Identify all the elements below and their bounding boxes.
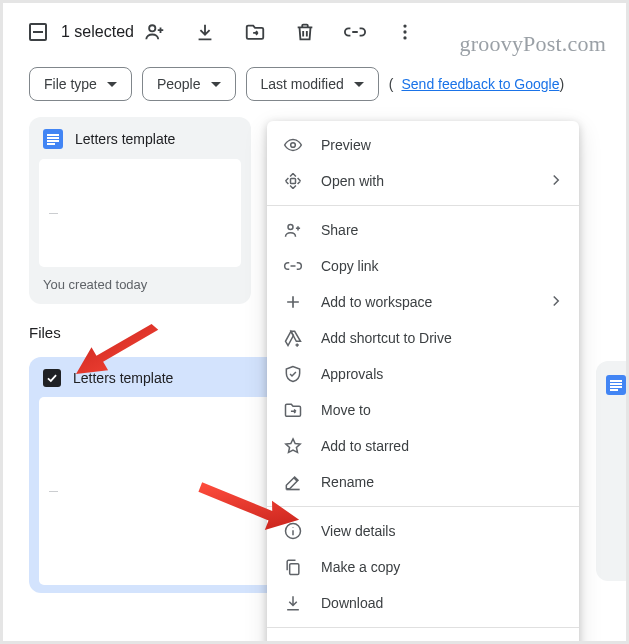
svg-point-1 (403, 24, 406, 27)
menu-view-details[interactable]: View details (267, 513, 579, 549)
chevron-right-icon (547, 171, 565, 192)
menu-label: View details (321, 523, 395, 539)
paren-close: ) (559, 76, 564, 92)
menu-label: Download (321, 595, 383, 611)
menu-label: Copy link (321, 258, 379, 274)
download-icon (283, 593, 303, 613)
menu-rename[interactable]: Rename (267, 464, 579, 500)
svg-rect-5 (291, 179, 296, 184)
chip-label: People (157, 76, 201, 92)
svg-rect-8 (290, 564, 299, 575)
menu-download[interactable]: Download (267, 585, 579, 621)
menu-move-to[interactable]: Move to (267, 392, 579, 428)
chip-label: Last modified (261, 76, 344, 92)
file-card-suggestion[interactable]: Letters template — You created today (29, 117, 251, 304)
menu-make-copy[interactable]: Make a copy (267, 549, 579, 585)
share-icon (283, 220, 303, 240)
svg-point-3 (403, 36, 406, 39)
share-person-icon[interactable] (144, 21, 166, 43)
file-preview: — (39, 159, 241, 267)
drive-shortcut-icon (283, 328, 303, 348)
open-with-icon (283, 171, 303, 191)
svg-point-4 (291, 143, 296, 148)
file-subtitle: You created today (29, 267, 251, 304)
star-icon (283, 436, 303, 456)
menu-label: Rename (321, 474, 374, 490)
chip-people[interactable]: People (142, 67, 236, 101)
menu-label: Add shortcut to Drive (321, 330, 452, 346)
annotation-arrow (71, 313, 171, 393)
menu-label: Open with (321, 173, 384, 189)
menu-label: Add to workspace (321, 294, 432, 310)
menu-label: Make a copy (321, 559, 400, 575)
preview-placeholder: — (49, 486, 60, 496)
paren-open: ( (389, 76, 394, 92)
link-icon[interactable] (344, 21, 366, 43)
send-feedback-link[interactable]: Send feedback to Google (401, 76, 559, 92)
menu-add-shortcut[interactable]: Add shortcut to Drive (267, 320, 579, 356)
plus-icon (283, 292, 303, 312)
filter-bar: File type People Last modified (Send fee… (3, 49, 626, 111)
feedback-wrap: (Send feedback to Google) (389, 76, 564, 92)
link-icon (283, 256, 303, 276)
file-title: Letters template (75, 131, 175, 147)
svg-marker-10 (194, 482, 303, 536)
download-icon[interactable] (194, 21, 216, 43)
menu-separator (267, 506, 579, 507)
checkbox-checked-icon[interactable] (43, 369, 61, 387)
chevron-right-icon (547, 292, 565, 313)
menu-copy-link[interactable]: Copy link (267, 248, 579, 284)
more-options-icon[interactable] (394, 21, 416, 43)
svg-point-0 (149, 25, 155, 31)
svg-marker-9 (76, 313, 159, 392)
menu-label: Add to starred (321, 438, 409, 454)
menu-preview[interactable]: Preview (267, 127, 579, 163)
menu-add-workspace[interactable]: Add to workspace (267, 284, 579, 320)
preview-placeholder: — (49, 208, 60, 218)
annotation-arrow (189, 471, 309, 561)
move-to-folder-icon[interactable] (244, 21, 266, 43)
trash-icon[interactable] (294, 21, 316, 43)
google-doc-icon (43, 129, 63, 149)
menu-separator (267, 205, 579, 206)
context-menu: Preview Open with Share Copy link Add to… (267, 121, 579, 644)
svg-point-2 (403, 30, 406, 33)
menu-label: Share (321, 222, 358, 238)
menu-separator (267, 627, 579, 628)
chevron-down-icon (211, 82, 221, 87)
chip-file-type[interactable]: File type (29, 67, 132, 101)
menu-label: Approvals (321, 366, 383, 382)
selection-checkbox-icon[interactable] (29, 23, 47, 41)
menu-remove[interactable]: Remove (267, 634, 579, 644)
menu-add-starred[interactable]: Add to starred (267, 428, 579, 464)
chip-label: File type (44, 76, 97, 92)
chevron-down-icon (354, 82, 364, 87)
approvals-icon (283, 364, 303, 384)
google-doc-icon (606, 375, 626, 395)
menu-open-with[interactable]: Open with (267, 163, 579, 199)
eye-icon (283, 135, 303, 155)
menu-share[interactable]: Share (267, 212, 579, 248)
selection-count: 1 selected (61, 23, 134, 41)
move-folder-icon (283, 400, 303, 420)
menu-label: Preview (321, 137, 371, 153)
chevron-down-icon (107, 82, 117, 87)
menu-approvals[interactable]: Approvals (267, 356, 579, 392)
menu-label: Move to (321, 402, 371, 418)
chip-last-modified[interactable]: Last modified (246, 67, 379, 101)
svg-point-6 (288, 225, 293, 230)
watermark-text: groovyPost.com (460, 31, 606, 57)
file-card-peek[interactable] (596, 361, 629, 581)
